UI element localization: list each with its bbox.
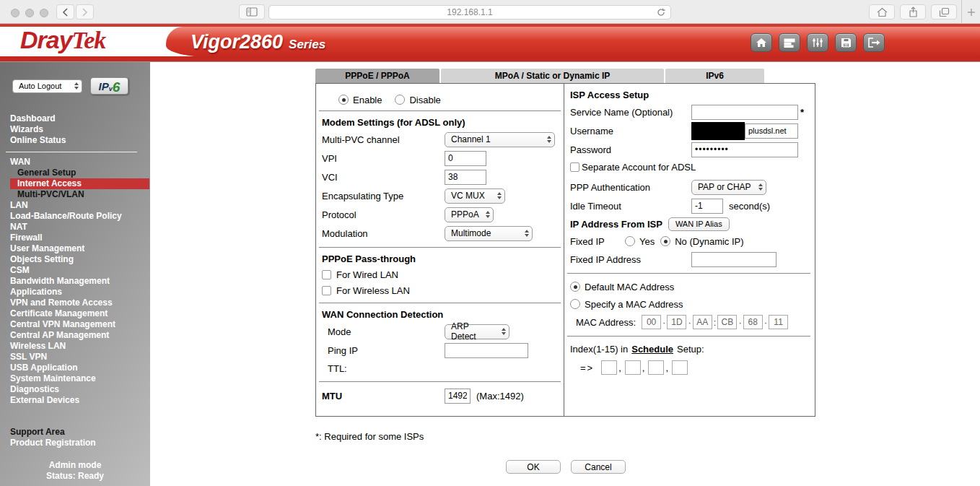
address-bar[interactable]: 192.168.1.1 xyxy=(268,5,671,19)
sitemap-button[interactable] xyxy=(779,33,800,52)
ok-button[interactable]: OK xyxy=(506,460,561,474)
sidebar-item-product-registration[interactable]: Product Registration xyxy=(10,438,150,448)
mac-octet-6-input[interactable] xyxy=(769,315,788,329)
vci-input[interactable] xyxy=(445,170,486,185)
sidebar-item-objects-setting[interactable]: Objects Setting xyxy=(10,254,150,265)
sidebar-item-general-setup[interactable]: General Setup xyxy=(10,168,150,178)
sidebar-item-central-ap-management[interactable]: Central AP Management xyxy=(10,330,150,341)
sidebar-divider xyxy=(6,152,137,152)
show-tabs-button[interactable] xyxy=(931,4,957,19)
vpi-input[interactable] xyxy=(445,151,486,166)
schedule-link[interactable]: Schedule xyxy=(631,344,673,355)
modulation-select[interactable]: Multimode xyxy=(445,226,533,241)
wan-detection-title: WAN Connection Detection xyxy=(322,309,558,320)
sidebar-item-applications[interactable]: Applications xyxy=(10,287,150,298)
sidebar-item-ssl-vpn[interactable]: SSL VPN xyxy=(10,352,150,363)
chevron-updown-icon xyxy=(486,211,490,218)
auto-logout-select[interactable]: Auto Logout xyxy=(12,79,82,93)
idle-timeout-input[interactable] xyxy=(691,199,723,214)
mac-octet-2-input[interactable] xyxy=(667,315,686,329)
sidebar-item-load-balance[interactable]: Load-Balance/Route Policy xyxy=(10,211,150,222)
sidebar-item-online-status[interactable]: Online Status xyxy=(10,135,150,146)
schedule-index-4-input[interactable] xyxy=(672,360,688,375)
password-input[interactable] xyxy=(691,142,798,157)
logo-tek: Tek xyxy=(72,27,106,53)
sliders-icon xyxy=(812,38,823,48)
sidebar-item-diagnostics[interactable]: Diagnostics xyxy=(10,384,150,395)
save-button[interactable] xyxy=(835,33,857,52)
mac-octet-4-input[interactable] xyxy=(717,315,737,329)
share-button[interactable] xyxy=(900,4,926,19)
username-input[interactable] xyxy=(745,123,798,139)
logout-button[interactable] xyxy=(863,33,885,52)
encapsulating-select[interactable]: VC MUX xyxy=(445,188,505,204)
sidebar-item-wireless-lan[interactable]: Wireless LAN xyxy=(10,341,150,352)
sidebar-item-bandwidth-management[interactable]: Bandwidth Management xyxy=(10,276,150,287)
disable-label: Disable xyxy=(409,95,440,105)
specify-mac-radio[interactable] xyxy=(570,299,580,309)
schedule-index-2-input[interactable] xyxy=(625,360,641,375)
mode-value: ARP Detect xyxy=(451,321,494,342)
tab-pppoe-pppoa[interactable]: PPPoE / PPPoA xyxy=(315,69,439,83)
new-tab-button[interactable] xyxy=(961,0,980,24)
sidebar-item-vpn-remote-access[interactable]: VPN and Remote Access xyxy=(10,298,150,308)
required-note: *: Required for some ISPs xyxy=(315,431,424,442)
sidebar-item-multi-pvc-vlan[interactable]: Multi-PVC/VLAN xyxy=(10,189,150,200)
wired-lan-checkbox[interactable] xyxy=(322,270,331,279)
default-mac-radio[interactable] xyxy=(570,282,580,292)
home-button[interactable] xyxy=(869,4,895,19)
fixed-ip-no-radio[interactable] xyxy=(660,236,670,246)
ppp-auth-select[interactable]: PAP or CHAP xyxy=(691,180,766,195)
support-links: Support Area Product Registration xyxy=(10,427,150,448)
multi-pvc-select[interactable]: Channel 1 xyxy=(445,132,555,147)
fixed-ip-address-input[interactable] xyxy=(691,252,776,267)
mac-octet-3-input[interactable] xyxy=(693,315,712,329)
sidebar-item-internet-access[interactable]: Internet Access xyxy=(10,178,149,189)
sidebar-toggle-button[interactable] xyxy=(239,4,265,19)
close-window-button[interactable] xyxy=(11,9,19,17)
fixed-ip-yes-radio[interactable] xyxy=(625,236,635,246)
sitemap-icon xyxy=(784,38,795,48)
protocol-select[interactable]: PPPoA xyxy=(445,207,494,222)
sidebar-item-csm[interactable]: CSM xyxy=(10,265,150,276)
sidebar-item-wizards[interactable]: Wizards xyxy=(10,124,150,135)
schedule-index-1-input[interactable] xyxy=(601,360,617,375)
home-shortcut-button[interactable] xyxy=(751,33,772,52)
service-name-input[interactable] xyxy=(691,105,798,120)
sidebar-item-user-management[interactable]: User Management xyxy=(10,243,150,254)
zoom-window-button[interactable] xyxy=(40,9,48,17)
tab-mpoa-static-dynamic[interactable]: MPoA / Static or Dynamic IP xyxy=(441,69,664,83)
ping-ip-input[interactable] xyxy=(445,343,528,358)
settings-button[interactable] xyxy=(807,33,828,52)
sidebar-item-system-maintenance[interactable]: System Maintenance xyxy=(10,373,150,384)
wireless-lan-checkbox[interactable] xyxy=(322,286,331,295)
sidebar-item-central-vpn-management[interactable]: Central VPN Management xyxy=(10,319,150,330)
sidebar-item-usb-application[interactable]: USB Application xyxy=(10,363,150,373)
sidebar-item-external-devices[interactable]: External Devices xyxy=(10,395,150,406)
back-button[interactable] xyxy=(56,4,74,19)
disable-radio[interactable] xyxy=(395,95,405,105)
enable-radio[interactable] xyxy=(338,95,349,105)
schedule-index-3-input[interactable] xyxy=(648,360,664,375)
cancel-button[interactable]: Cancel xyxy=(571,460,626,474)
mtu-label: MTU xyxy=(322,391,445,402)
tab-ipv6[interactable]: IPv6 xyxy=(665,69,764,83)
wan-ip-alias-button[interactable]: WAN IP Alias xyxy=(668,217,730,231)
sidebar-item-dashboard[interactable]: Dashboard xyxy=(10,113,150,124)
ipv6-button[interactable]: IPv6 xyxy=(90,77,128,95)
separate-adsl-checkbox[interactable] xyxy=(570,162,579,172)
mode-select[interactable]: ARP Detect xyxy=(445,324,509,339)
minimize-window-button[interactable] xyxy=(25,9,34,17)
forward-button[interactable] xyxy=(76,4,94,19)
sidebar-item-wan[interactable]: WAN xyxy=(10,157,150,168)
reload-button[interactable] xyxy=(656,7,666,19)
mac-octet-1-input[interactable] xyxy=(642,315,661,329)
sidebar-item-lan[interactable]: LAN xyxy=(10,200,150,211)
vpi-label: VPI xyxy=(322,153,445,164)
mac-octet-5-input[interactable] xyxy=(743,315,763,329)
sidebar-item-nat[interactable]: NAT xyxy=(10,222,150,233)
mtu-input[interactable] xyxy=(445,389,471,404)
sidebar-item-firewall[interactable]: Firewall xyxy=(10,233,150,243)
sidebar-item-support-area[interactable]: Support Area xyxy=(10,427,150,438)
sidebar-item-certificate-management[interactable]: Certificate Management xyxy=(10,308,150,319)
